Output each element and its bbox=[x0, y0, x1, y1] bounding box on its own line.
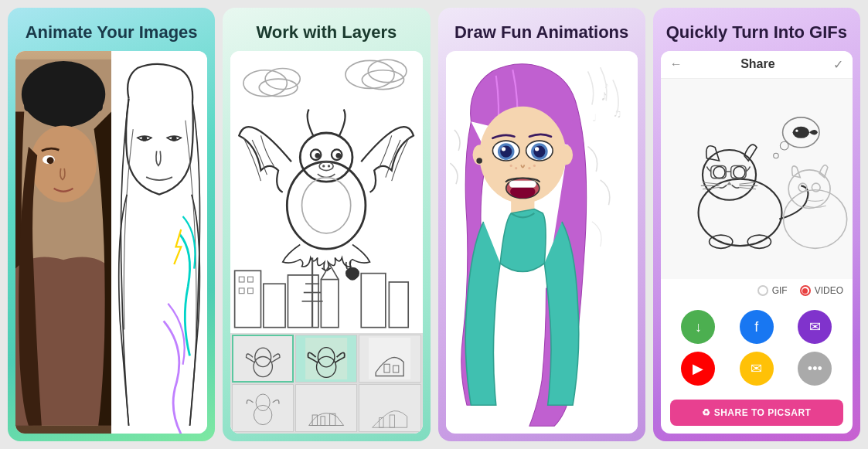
main-container: Animate Your Images bbox=[0, 0, 868, 449]
svg-point-23 bbox=[322, 165, 325, 167]
svg-point-37 bbox=[347, 270, 358, 281]
thumb-1[interactable] bbox=[232, 335, 294, 383]
youtube-button[interactable]: ▶ bbox=[681, 352, 715, 386]
share-buttons-grid: ↓ f ✉ ▶ ✉ ••• bbox=[661, 302, 853, 393]
svg-point-73 bbox=[500, 145, 512, 157]
svg-point-21 bbox=[336, 152, 342, 158]
card-animations: Draw Fun Animations ♪ ♫ ♩ ♪ bbox=[438, 8, 645, 441]
card-gifs: Quickly Turn Into GIFs ← Share ✓ bbox=[653, 8, 860, 441]
thumb-2[interactable] bbox=[295, 335, 357, 383]
svg-point-8 bbox=[172, 136, 177, 141]
svg-rect-9 bbox=[230, 56, 422, 327]
svg-point-74 bbox=[501, 147, 505, 151]
dragon-sketch-main bbox=[230, 51, 422, 334]
card-gifs-title: Quickly Turn Into GIFs bbox=[653, 8, 860, 51]
svg-point-83 bbox=[515, 167, 517, 169]
svg-point-77 bbox=[533, 145, 545, 157]
save-button[interactable]: ↓ bbox=[681, 310, 715, 344]
svg-point-69 bbox=[559, 145, 572, 165]
facebook-button[interactable]: f bbox=[740, 310, 774, 344]
sketch-girl-side bbox=[111, 51, 207, 434]
card-gifs-content: ← Share ✓ bbox=[661, 51, 853, 434]
svg-point-85 bbox=[533, 164, 535, 166]
card-animations-title: Draw Fun Animations bbox=[438, 8, 645, 51]
svg-point-7 bbox=[142, 136, 148, 141]
thumb-4[interactable] bbox=[232, 384, 294, 432]
video-option[interactable]: VIDEO bbox=[800, 285, 843, 296]
photo-girl-side bbox=[15, 51, 111, 434]
card-layers-title: Work with Layers bbox=[223, 8, 430, 51]
back-button[interactable]: ← bbox=[670, 57, 682, 71]
svg-rect-81 bbox=[509, 180, 536, 187]
video-radio[interactable] bbox=[800, 285, 811, 296]
svg-point-24 bbox=[328, 165, 330, 167]
more-button[interactable]: ••• bbox=[798, 352, 832, 386]
svg-point-106 bbox=[792, 126, 809, 138]
layer-thumbnails bbox=[230, 333, 422, 434]
card-animations-content: ♪ ♫ ♩ ♪ bbox=[446, 51, 638, 434]
email-button[interactable]: ✉ bbox=[740, 352, 774, 386]
messenger-button[interactable]: ✉ bbox=[798, 310, 832, 344]
svg-rect-86 bbox=[661, 95, 853, 262]
card-animate: Animate Your Images bbox=[8, 8, 215, 441]
gif-label: GIF bbox=[772, 285, 788, 296]
gif-option[interactable]: GIF bbox=[757, 285, 788, 296]
svg-point-78 bbox=[534, 147, 538, 151]
svg-point-19 bbox=[315, 152, 321, 158]
svg-point-70 bbox=[476, 158, 482, 164]
svg-rect-51 bbox=[242, 387, 284, 429]
card-layers: Work with Layers bbox=[223, 8, 430, 441]
card-animate-content bbox=[15, 51, 207, 434]
svg-rect-2 bbox=[24, 90, 103, 111]
thumb-5[interactable] bbox=[295, 384, 357, 432]
video-label: VIDEO bbox=[815, 285, 843, 296]
card-layers-content bbox=[230, 51, 422, 434]
format-selector: GIF VIDEO bbox=[661, 279, 853, 302]
share-title: Share bbox=[740, 57, 774, 71]
svg-point-84 bbox=[528, 167, 530, 169]
phone-header: ← Share ✓ bbox=[661, 51, 853, 79]
svg-text:♩: ♩ bbox=[591, 112, 596, 124]
gif-radio[interactable] bbox=[757, 285, 768, 296]
svg-point-5 bbox=[47, 157, 54, 164]
svg-point-107 bbox=[795, 129, 798, 131]
thumb-6[interactable] bbox=[359, 384, 420, 432]
cat-sketch-area bbox=[661, 79, 853, 280]
svg-point-82 bbox=[509, 164, 512, 166]
svg-rect-54 bbox=[305, 387, 347, 429]
picsart-share-button[interactable]: ♻ SHARE TO PICSART bbox=[670, 400, 843, 426]
thumb-3[interactable] bbox=[359, 335, 420, 383]
check-button[interactable]: ✓ bbox=[833, 57, 843, 72]
card-animate-title: Animate Your Images bbox=[8, 8, 215, 51]
